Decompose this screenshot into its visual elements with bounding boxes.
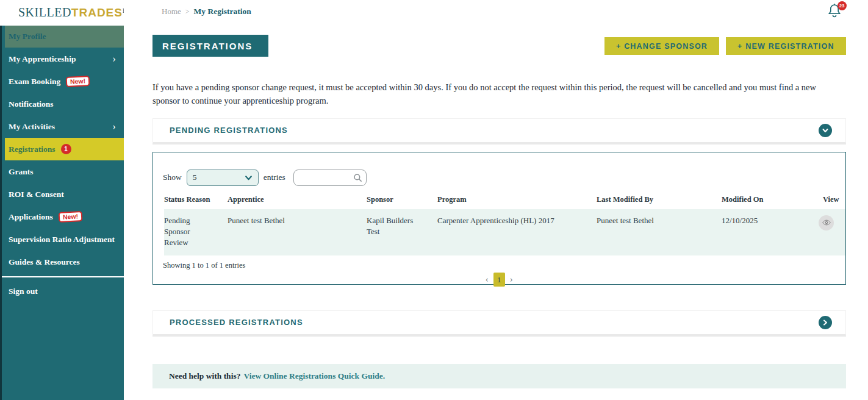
brand-logo-skilled: SKILLED xyxy=(18,5,71,19)
sidebar-item-label: My Profile xyxy=(9,32,46,41)
table-search xyxy=(293,170,367,186)
app-window: SKILLEDTRADESBC My Profile My Apprentice… xyxy=(0,0,868,400)
sidebar-item-label: Guides & Resources xyxy=(9,257,80,267)
sidebar-item-notifications[interactable]: Notifications xyxy=(0,93,124,115)
sidebar-item-label: Grants xyxy=(9,167,34,177)
column-header-program[interactable]: Program xyxy=(437,195,597,204)
sidebar: SKILLEDTRADESBC My Profile My Apprentice… xyxy=(0,0,124,400)
sidebar-menu: My Profile My Apprenticeship › Exam Book… xyxy=(0,26,124,302)
notification-bell-button[interactable]: 23 xyxy=(827,2,843,20)
breadcrumb-home[interactable]: Home xyxy=(162,7,181,16)
count-badge: 1 xyxy=(61,144,71,154)
cell-program: Carpenter Apprenticeship (HL) 2017 xyxy=(437,215,597,249)
entries-label: entries xyxy=(264,173,285,182)
expand-button[interactable] xyxy=(819,316,832,329)
table-row: Pending Sponsor Review Puneet test Bethe… xyxy=(164,209,845,256)
chevron-down-icon xyxy=(822,127,829,134)
sidebar-item-my-apprenticeship[interactable]: My Apprenticeship › xyxy=(0,48,124,70)
show-label: Show xyxy=(163,173,182,182)
help-text: Need help with this? xyxy=(169,371,240,381)
chevron-down-icon xyxy=(245,174,253,182)
topbar: Home>My Registration 23 xyxy=(124,0,868,18)
sidebar-item-sign-out[interactable]: Sign out xyxy=(0,280,124,302)
sidebar-item-grants[interactable]: Grants xyxy=(0,160,124,183)
page-body: REGISTRATIONS + CHANGE SPONSOR + NEW REG… xyxy=(124,35,868,388)
column-header-view: View xyxy=(816,195,845,204)
breadcrumb-current: My Registration xyxy=(194,7,251,16)
chevron-right-icon: › xyxy=(112,121,116,132)
page-size-value: 5 xyxy=(193,173,197,182)
sidebar-item-label: Exam Booking xyxy=(9,77,60,87)
sidebar-item-label: My Apprenticeship xyxy=(9,54,76,64)
sidebar-item-my-profile[interactable]: My Profile xyxy=(5,26,124,48)
view-registration-button[interactable] xyxy=(819,215,834,230)
sidebar-item-supervision-ratio-adjustment[interactable]: Supervision Ratio Adjustment xyxy=(0,228,124,251)
cell-status-reason: Pending Sponsor Review xyxy=(164,215,228,249)
sidebar-item-roi-consent[interactable]: ROI & Consent xyxy=(0,183,124,205)
sidebar-item-label: Registrations xyxy=(9,145,56,154)
pagination-current-page[interactable]: 1 xyxy=(493,273,505,287)
search-icon xyxy=(353,173,362,182)
column-header-sponsor[interactable]: Sponsor xyxy=(367,195,437,204)
title-row: REGISTRATIONS + CHANGE SPONSOR + NEW REG… xyxy=(152,35,846,57)
sidebar-item-label: My Activities xyxy=(9,122,55,132)
new-badge: New! xyxy=(58,211,82,223)
title-buttons: + CHANGE SPONSOR + NEW REGISTRATION xyxy=(604,35,846,55)
sidebar-item-label: Supervision Ratio Adjustment xyxy=(9,235,115,245)
quick-guide-link[interactable]: View Online Registrations Quick Guide. xyxy=(243,371,385,381)
column-header-apprentice[interactable]: Apprentice xyxy=(228,195,367,204)
intro-text: If you have a pending sponsor change req… xyxy=(152,81,846,108)
sidebar-item-label: ROI & Consent xyxy=(9,190,64,199)
page-title: REGISTRATIONS xyxy=(152,35,268,57)
processed-registrations-title: PROCESSED REGISTRATIONS xyxy=(153,318,303,327)
column-header-status-reason[interactable]: Status Reason xyxy=(164,195,228,204)
pagination: ‹ 1 › xyxy=(153,273,845,287)
brand-logo-trades: TRADES xyxy=(71,6,123,19)
sidebar-item-exam-booking[interactable]: Exam Booking New! xyxy=(0,70,124,93)
pending-registrations-title: PENDING REGISTRATIONS xyxy=(153,126,288,135)
entries-summary: Showing 1 to 1 of 1 entries xyxy=(153,255,845,270)
chevron-right-icon xyxy=(822,319,829,326)
menu-divider xyxy=(0,276,124,277)
table-header-row: Status Reason Apprentice Sponsor Program… xyxy=(153,195,845,209)
sidebar-item-applications[interactable]: Applications New! xyxy=(0,205,124,228)
table-controls: Show 5 entries xyxy=(153,152,845,186)
pending-registrations-accordion[interactable]: PENDING REGISTRATIONS xyxy=(152,118,846,145)
chevron-right-icon: › xyxy=(112,54,116,64)
sidebar-item-label: Sign out xyxy=(9,287,38,296)
pending-registrations-table-card: Show 5 entries xyxy=(152,152,846,285)
sidebar-item-label: Notifications xyxy=(9,99,54,109)
collapse-button[interactable] xyxy=(819,124,832,137)
eye-icon xyxy=(822,218,831,227)
sidebar-item-guides-resources[interactable]: Guides & Resources xyxy=(0,251,124,273)
brand-logo[interactable]: SKILLEDTRADESBC xyxy=(0,0,124,26)
new-badge: New! xyxy=(66,76,90,87)
column-header-last-modified-by[interactable]: Last Modified By xyxy=(597,195,722,204)
help-banner: Need help with this? View Online Registr… xyxy=(152,364,846,388)
sidebar-item-my-activities[interactable]: My Activities › xyxy=(0,115,124,138)
pagination-prev-icon[interactable]: ‹ xyxy=(486,275,489,284)
breadcrumb-separator: > xyxy=(185,7,190,16)
change-sponsor-button[interactable]: + CHANGE SPONSOR xyxy=(604,37,719,55)
table-footer: Showing 1 to 1 of 1 entries ‹ 1 › xyxy=(153,255,845,287)
column-header-modified-on[interactable]: Modified On xyxy=(722,195,816,204)
notification-count-badge: 23 xyxy=(838,1,847,10)
cell-sponsor: Kapil Builders Test xyxy=(367,215,437,249)
sidebar-item-registrations[interactable]: Registrations 1 xyxy=(5,138,124,160)
cell-modified-on: 12/10/2025 xyxy=(722,215,816,249)
page-size-select[interactable]: 5 xyxy=(187,170,259,186)
cell-last-modified-by: Puneet test Bethel xyxy=(597,215,722,249)
processed-registrations-accordion[interactable]: PROCESSED REGISTRATIONS xyxy=(152,310,846,337)
cell-apprentice: Puneet test Bethel xyxy=(228,215,367,249)
main-content: Home>My Registration 23 REGISTRATIONS + … xyxy=(124,0,868,400)
cell-view xyxy=(816,215,845,249)
pagination-next-icon[interactable]: › xyxy=(510,275,513,284)
new-registration-button[interactable]: + NEW REGISTRATION xyxy=(726,37,846,55)
sidebar-item-label: Applications xyxy=(9,212,53,222)
